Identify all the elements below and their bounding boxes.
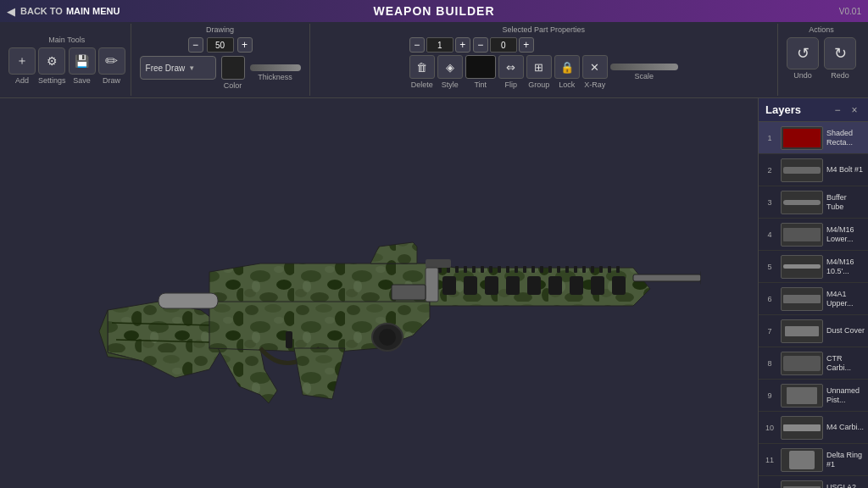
svg-rect-19 bbox=[481, 266, 484, 273]
actions-section: Actions ↺ Undo ↻ Redo bbox=[778, 24, 865, 96]
color-swatch[interactable] bbox=[221, 56, 245, 80]
thickness-value: 50 bbox=[207, 37, 234, 53]
layer-number: 7 bbox=[762, 327, 777, 336]
layer-item[interactable]: 11Delta Ring #1 bbox=[759, 444, 868, 476]
svg-rect-16 bbox=[455, 266, 459, 273]
svg-rect-34 bbox=[608, 266, 611, 273]
save-button[interactable]: 💾 bbox=[69, 47, 96, 75]
draw-button[interactable]: ✏ bbox=[98, 47, 125, 75]
layer-thumbnail bbox=[781, 158, 823, 182]
layer-thumbnail bbox=[781, 287, 823, 311]
layers-header: Layers − × bbox=[759, 98, 868, 122]
layer-item[interactable]: 12USGI A2 Fi... bbox=[759, 476, 868, 488]
main-menu-link[interactable]: MAIN MENU bbox=[66, 6, 120, 16]
add-button[interactable]: ＋ bbox=[8, 47, 36, 75]
style-label: Style bbox=[442, 80, 459, 89]
part-num1-plus[interactable]: + bbox=[455, 37, 470, 53]
svg-rect-22 bbox=[506, 266, 509, 273]
layer-item[interactable]: 2M4 Bolt #1 bbox=[759, 154, 868, 186]
chevron-down-icon: ▼ bbox=[188, 64, 195, 72]
layer-name: Delta Ring #1 bbox=[826, 451, 865, 469]
undo-button[interactable]: ↺ bbox=[787, 37, 819, 69]
part-num2-plus[interactable]: + bbox=[519, 37, 534, 53]
svg-rect-38 bbox=[485, 276, 498, 295]
tint-dark-swatch[interactable] bbox=[465, 55, 496, 79]
layer-item[interactable]: 7Dust Cover bbox=[759, 315, 868, 347]
color-label: Color bbox=[224, 81, 242, 90]
layer-item[interactable]: 4M4/M16 Lower... bbox=[759, 219, 868, 251]
svg-rect-27 bbox=[548, 266, 552, 273]
delete-button[interactable]: 🗑 bbox=[409, 55, 435, 79]
style-button[interactable]: ◈ bbox=[437, 55, 463, 79]
drawing-title: Drawing bbox=[206, 25, 234, 34]
svg-rect-41 bbox=[548, 276, 562, 295]
svg-rect-21 bbox=[498, 266, 501, 273]
gun-display bbox=[57, 149, 701, 437]
svg-rect-39 bbox=[506, 276, 520, 295]
undo-label: Undo bbox=[793, 71, 812, 80]
thickness-minus-button[interactable]: − bbox=[188, 37, 203, 53]
svg-point-52 bbox=[379, 329, 396, 346]
version-label: V0.01 bbox=[839, 7, 861, 16]
settings-button[interactable]: ⚙ bbox=[38, 47, 65, 75]
xray-label: X-Ray bbox=[584, 80, 605, 89]
layers-close-button[interactable]: × bbox=[848, 103, 861, 117]
actions-title: Actions bbox=[809, 25, 834, 34]
layer-item[interactable]: 9Unnamed Pist... bbox=[759, 380, 868, 412]
layer-number: 8 bbox=[762, 359, 777, 368]
layer-item[interactable]: 3Buffer Tube bbox=[759, 186, 868, 219]
selected-part-title: Selected Part Properties bbox=[502, 25, 585, 34]
settings-label: Settings bbox=[38, 76, 66, 85]
layer-thumbnail bbox=[781, 223, 823, 247]
redo-button[interactable]: ↻ bbox=[824, 37, 856, 69]
layer-item[interactable]: 6M4A1 Upper... bbox=[759, 283, 868, 315]
svg-rect-17 bbox=[464, 266, 467, 273]
layer-item[interactable]: 8CTR Carbi... bbox=[759, 347, 868, 380]
layer-number: 11 bbox=[762, 456, 777, 464]
scale-slider[interactable] bbox=[610, 64, 678, 70]
selected-part-section: Selected Part Properties − 1 + − 0 + bbox=[310, 24, 778, 96]
layer-item[interactable]: 10M4 Carbi... bbox=[759, 412, 868, 444]
part-num2-minus[interactable]: − bbox=[473, 37, 488, 53]
thickness-slider[interactable] bbox=[250, 64, 301, 71]
layer-item[interactable]: 5M4/M16 10.5'... bbox=[759, 251, 868, 283]
tint-label: Tint bbox=[474, 80, 487, 89]
draw-tool-dropdown[interactable]: Free Draw ▼ bbox=[140, 56, 216, 80]
part-num1-value: 1 bbox=[426, 37, 453, 53]
thickness-label: Thickness bbox=[258, 73, 292, 81]
svg-rect-28 bbox=[557, 266, 560, 273]
layer-number: 9 bbox=[762, 391, 777, 400]
layer-name: USGI A2 Fi... bbox=[826, 483, 865, 488]
xray-button[interactable]: ✕ bbox=[582, 55, 608, 79]
lock-label: Lock bbox=[559, 80, 575, 89]
layers-panel: Layers − × 1Shaded Recta...2M4 Bolt #13B… bbox=[758, 98, 868, 488]
svg-rect-37 bbox=[464, 276, 477, 295]
scale-label: Scale bbox=[635, 72, 654, 80]
svg-rect-20 bbox=[489, 266, 492, 273]
svg-rect-49 bbox=[159, 293, 218, 308]
layer-name: CTR Carbi... bbox=[826, 354, 865, 373]
flip-button[interactable]: ⇔ bbox=[498, 55, 524, 79]
svg-rect-40 bbox=[527, 276, 541, 295]
layers-minimize-button[interactable]: − bbox=[831, 103, 844, 117]
lock-button[interactable]: 🔒 bbox=[554, 55, 580, 79]
layer-thumbnail bbox=[781, 480, 823, 489]
svg-rect-23 bbox=[515, 266, 518, 273]
thickness-plus-button[interactable]: + bbox=[237, 37, 253, 53]
layer-name: Shaded Recta... bbox=[826, 129, 865, 147]
delete-label: Delete bbox=[411, 80, 433, 89]
part-num1-minus[interactable]: − bbox=[409, 37, 425, 53]
svg-rect-36 bbox=[442, 276, 456, 295]
part-num2-value: 0 bbox=[490, 37, 517, 53]
back-to-label: BACK TO bbox=[20, 6, 63, 16]
layer-item[interactable]: 1Shaded Recta... bbox=[759, 122, 868, 154]
layer-name: M4/M16 Lower... bbox=[826, 225, 865, 244]
layer-thumbnail bbox=[781, 191, 823, 214]
canvas-area[interactable] bbox=[0, 98, 758, 488]
svg-rect-32 bbox=[591, 266, 594, 273]
back-arrow-icon[interactable]: ◀ bbox=[7, 5, 15, 18]
layer-thumbnail bbox=[781, 352, 823, 375]
svg-rect-26 bbox=[540, 266, 543, 273]
group-button[interactable]: ⊞ bbox=[526, 55, 552, 79]
drawing-section: Drawing − 50 + Free Draw ▼ x Color Thick… bbox=[131, 24, 310, 96]
